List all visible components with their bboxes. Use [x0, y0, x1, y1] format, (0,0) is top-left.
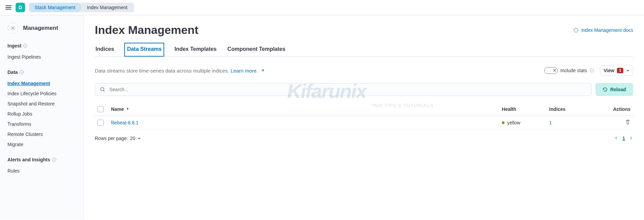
help-icon [573, 27, 579, 33]
sidebar-item-rollup-jobs[interactable]: Rollup Jobs [7, 109, 76, 119]
view-badge: 1 [617, 68, 623, 73]
sidebar-item-transforms[interactable]: Transforms [7, 119, 76, 129]
section-ingest: Ingest i [7, 43, 76, 48]
sidebar-item-index-lifecycle-policies[interactable]: Index Lifecycle Policies [7, 88, 76, 99]
search-input[interactable] [109, 87, 586, 92]
row-checkbox[interactable] [98, 120, 104, 126]
tabs: Indices Data Streams Index Templates Com… [95, 43, 633, 57]
breadcrumbs: Stack Management Index Management [29, 3, 134, 12]
table-row: filebeat-8.8.1 yellow 1 [95, 116, 633, 129]
indices-count-link[interactable]: 1 [549, 120, 597, 125]
docs-link[interactable]: Index Management docs [573, 27, 633, 33]
tab-description: Data streams store time-series data acro… [95, 68, 264, 74]
view-button[interactable]: View 1 [600, 65, 633, 76]
pagination: 1 [614, 136, 633, 141]
reload-button[interactable]: Reload [596, 83, 633, 96]
external-link-icon [261, 69, 264, 73]
svg-point-2 [101, 87, 104, 91]
section-data: Data i [7, 69, 76, 75]
sidebar-item-migrate[interactable]: Migrate [7, 139, 76, 149]
include-stats-label: Include stats [560, 68, 587, 73]
page-number[interactable]: 1 [622, 136, 625, 141]
column-actions: Actions [597, 106, 630, 112]
breadcrumb-index-management: Index Management [79, 3, 134, 12]
info-icon[interactable]: i [20, 70, 24, 74]
column-name[interactable]: Name [111, 106, 502, 112]
tab-component-templates[interactable]: Component Templates [227, 43, 286, 56]
info-icon[interactable]: i [23, 44, 27, 48]
rows-per-page-selector[interactable]: Rows per page: 20 [95, 136, 141, 141]
tab-index-templates[interactable]: Index Templates [174, 43, 217, 56]
hamburger-icon[interactable] [5, 5, 12, 9]
next-page-button[interactable] [629, 136, 633, 141]
select-all-checkbox[interactable] [98, 106, 104, 112]
search-icon [100, 87, 105, 92]
reload-icon [603, 87, 607, 92]
sidebar-item-snapshot-restore[interactable]: Snapshot and Restore [7, 99, 76, 109]
column-health[interactable]: Health [502, 106, 549, 112]
trash-icon[interactable] [625, 119, 630, 125]
health-cell: yellow [502, 120, 549, 125]
info-icon[interactable]: i [52, 158, 56, 162]
sidebar-header: Management [7, 23, 76, 34]
tab-data-streams[interactable]: Data Streams [124, 43, 164, 57]
sidebar-item-rules[interactable]: Rules [7, 166, 76, 176]
svg-point-1 [574, 28, 578, 32]
column-indices[interactable]: Indices [549, 106, 597, 112]
sort-asc-icon [126, 107, 129, 111]
sidebar-item-remote-clusters[interactable]: Remote Clusters [7, 129, 76, 139]
chevron-down-icon [626, 69, 629, 72]
data-stream-name-link[interactable]: filebeat-8.8.1 [111, 120, 502, 125]
sidebar-item-index-management[interactable]: Index Management [7, 78, 76, 88]
table-header: Name Health Indices Actions [95, 103, 633, 116]
include-stats-toggle[interactable]: ✕ [544, 67, 558, 74]
prev-page-button[interactable] [614, 136, 618, 141]
learn-more-link[interactable]: Learn more. [231, 68, 264, 74]
top-bar: D Stack Management Index Management [0, 0, 644, 15]
gear-icon [7, 23, 18, 34]
section-alerts-insights: Alerts and Insights i [7, 157, 76, 162]
info-icon[interactable]: ? [590, 68, 594, 73]
main-content: Kifarunix *NIX TIPS & TUTORIALS Index Ma… [84, 15, 644, 220]
health-dot-icon [502, 121, 505, 124]
page-title: Index Management [95, 23, 198, 37]
chevron-left-icon [614, 136, 618, 140]
sidebar-item-ingest-pipelines[interactable]: Ingest Pipelines [7, 52, 76, 62]
account-badge[interactable]: D [16, 3, 25, 12]
chevron-down-icon [137, 137, 141, 140]
tab-indices[interactable]: Indices [95, 43, 115, 56]
sidebar: Management Ingest i Ingest Pipelines Dat… [0, 15, 84, 220]
sidebar-title: Management [23, 25, 58, 32]
chevron-right-icon [629, 136, 633, 140]
svg-point-0 [12, 27, 14, 29]
breadcrumb-stack-management[interactable]: Stack Management [29, 3, 82, 12]
